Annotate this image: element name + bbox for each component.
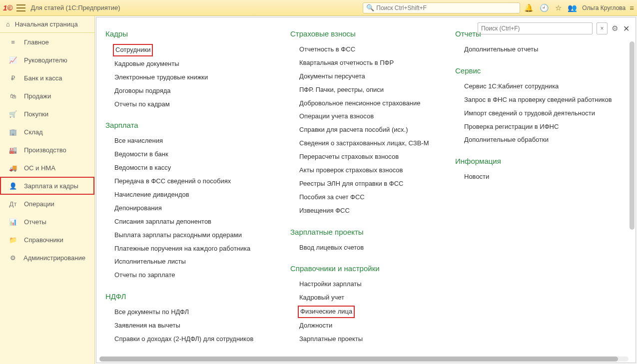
menu-link[interactable]: Ведомости в кассу: [114, 164, 290, 172]
sidebar: ⌂ Начальная страница ≡Главное📈Руководите…: [0, 16, 95, 364]
menu-link[interactable]: Реестры ЭЛН для отправки в ФСС: [299, 180, 455, 188]
section-title[interactable]: Справочники и настройки: [290, 264, 455, 273]
clear-search-button[interactable]: ×: [597, 22, 608, 34]
menu-link[interactable]: Настройки зарплаты: [299, 280, 455, 289]
menu-link[interactable]: Справки для расчета пособий (исх.): [299, 126, 455, 134]
section-title[interactable]: НДФЛ: [105, 292, 290, 301]
menu-link[interactable]: Все документы по НДФЛ: [114, 308, 290, 317]
sidebar-item-10[interactable]: 📊Отчеты: [0, 213, 94, 231]
menu-link[interactable]: Дополнительные отчеты: [464, 45, 630, 54]
menu-link[interactable]: Отчеты по кадрам: [114, 100, 290, 109]
global-search-input[interactable]: [376, 4, 517, 11]
menu-link[interactable]: Заявления на вычеты: [114, 322, 290, 330]
sidebar-item-1[interactable]: 📈Руководителю: [0, 51, 94, 69]
sidebar-item-3[interactable]: 🛍Продажи: [0, 87, 94, 105]
menu-link[interactable]: Отчетность в ФСС: [299, 45, 455, 54]
sidebar-item-9[interactable]: ДтОперации: [0, 195, 94, 213]
sidebar-label: Операции: [24, 200, 54, 208]
sidebar-item-0[interactable]: ≡Главное: [0, 33, 94, 51]
menu-link[interactable]: Договоры подряда: [114, 87, 290, 95]
menu-link[interactable]: Сервис 1С:Кабинет сотрудника: [464, 82, 630, 91]
section-title[interactable]: Страховые взносы: [290, 29, 455, 38]
sidebar-icon: 📁: [9, 236, 17, 244]
menu-link[interactable]: Перерасчеты страховых взносов: [299, 153, 455, 161]
menu-link-highlight[interactable]: Физические лица: [299, 307, 353, 317]
menu-link[interactable]: Сведения о застрахованных лицах, СЗВ-М: [299, 139, 455, 148]
menu-link[interactable]: Исполнительные листы: [114, 258, 290, 266]
menu-link[interactable]: Списания зарплаты депонентов: [114, 218, 290, 226]
logo-1c: 1©: [3, 3, 12, 12]
menu-link[interactable]: Справки о доходах (2-НДФЛ) для сотрудник…: [114, 335, 290, 344]
sidebar-label: Главное: [24, 38, 49, 46]
menu-link[interactable]: Депонирования: [114, 204, 290, 213]
home-label: Начальная страница: [15, 20, 78, 28]
h-scrollbar[interactable]: [99, 357, 629, 362]
sidebar-icon: 🚚: [9, 164, 17, 172]
menu-link[interactable]: Кадровый учет: [299, 294, 455, 302]
panel-search-input[interactable]: [481, 25, 589, 32]
sidebar-label: Руководителю: [24, 56, 67, 64]
sidebar-label: Покупки: [24, 110, 48, 118]
users-icon[interactable]: 👥: [568, 3, 577, 12]
sidebar-item-11[interactable]: 📁Справочники: [0, 231, 94, 249]
menu-link[interactable]: Электронные трудовые книжки: [114, 73, 290, 82]
menu-link[interactable]: Дополнительные обработки: [464, 136, 630, 144]
menu-link-highlight[interactable]: Сотрудники: [114, 45, 151, 55]
sidebar-label: Производство: [24, 146, 66, 154]
section-title[interactable]: Информация: [455, 157, 630, 165]
menu-link[interactable]: Передача в ФСС сведений о пособиях: [114, 177, 290, 186]
menu-link[interactable]: Запрос в ФНС на проверку сведений работн…: [464, 96, 630, 104]
sidebar-label: Склад: [24, 128, 43, 136]
menu-link[interactable]: Выплата зарплаты расходными ордерами: [114, 231, 290, 240]
section-title[interactable]: Сервис: [455, 66, 630, 75]
sidebar-item-6[interactable]: 🏭Производство: [0, 141, 94, 159]
sidebar-item-5[interactable]: 🏢Склад: [0, 123, 94, 141]
settings-bars-icon[interactable]: ≡: [630, 3, 634, 12]
menu-link[interactable]: Акты проверок страховых взносов: [299, 166, 455, 175]
home-icon: ⌂: [6, 20, 10, 28]
menu-link[interactable]: Ведомости в банк: [114, 150, 290, 159]
v-scrollbar[interactable]: [630, 41, 635, 356]
menu-link[interactable]: Зарплатные проекты: [299, 335, 455, 344]
menu-link[interactable]: Ввод лицевых счетов: [299, 244, 455, 252]
main-menu-icon[interactable]: [16, 4, 25, 11]
panel-search[interactable]: [478, 22, 593, 34]
sidebar-item-4[interactable]: 🛒Покупки: [0, 105, 94, 123]
menu-link[interactable]: Извещения ФСС: [299, 207, 455, 215]
menu-link[interactable]: Операции учета взносов: [299, 112, 455, 121]
menu-link[interactable]: Кадровые документы: [114, 60, 290, 68]
sidebar-icon: 📈: [9, 56, 17, 64]
menu-link[interactable]: Платежные поручения на каждого работника: [114, 245, 290, 253]
section-title[interactable]: Зарплата: [105, 121, 290, 129]
bell-icon[interactable]: 🔔: [524, 3, 534, 12]
toolbar-icons: 🔔 🕘 ☆ 👥: [524, 3, 577, 12]
gear-icon[interactable]: ⚙: [612, 24, 618, 33]
history-icon[interactable]: 🕘: [540, 3, 549, 12]
close-icon[interactable]: ✕: [623, 24, 630, 33]
menu-link[interactable]: Пособия за счет ФСС: [299, 193, 455, 202]
menu-link[interactable]: Импорт сведений о трудовой деятельности: [464, 109, 630, 118]
sidebar-item-2[interactable]: ₽Банк и касса: [0, 69, 94, 87]
menu-link[interactable]: Отчеты по зарплате: [114, 271, 290, 280]
sidebar-label: Справочники: [24, 236, 63, 244]
user-name[interactable]: Ольга Круглова: [582, 4, 626, 11]
menu-link[interactable]: Проверка регистрации в ИФНС: [464, 123, 630, 131]
sidebar-home[interactable]: ⌂ Начальная страница: [0, 16, 94, 33]
star-icon[interactable]: ☆: [555, 3, 562, 12]
menu-link[interactable]: Все начисления: [114, 137, 290, 145]
menu-link[interactable]: Должности: [299, 322, 455, 330]
menu-link[interactable]: Документы персучета: [299, 72, 455, 81]
sidebar-item-12[interactable]: ⚙Администрирование: [0, 249, 94, 267]
sidebar-label: Продажи: [24, 92, 51, 100]
section-title[interactable]: Зарплатные проекты: [290, 228, 455, 236]
menu-link[interactable]: Добровольное пенсионное страхование: [299, 99, 455, 108]
menu-link[interactable]: Квартальная отчетность в ПФР: [299, 59, 455, 67]
menu-link[interactable]: Начисление дивидендов: [114, 191, 290, 199]
sidebar-item-8[interactable]: 👤Зарплата и кадры: [0, 177, 94, 195]
sidebar-icon: 🏭: [9, 146, 17, 154]
menu-link[interactable]: Новости: [464, 173, 630, 181]
section-title[interactable]: Кадры: [105, 29, 290, 38]
sidebar-item-7[interactable]: 🚚ОС и НМА: [0, 159, 94, 177]
global-search[interactable]: 🔍: [363, 2, 520, 13]
menu-link[interactable]: ПФР. Пачки, реестры, описи: [299, 86, 455, 94]
